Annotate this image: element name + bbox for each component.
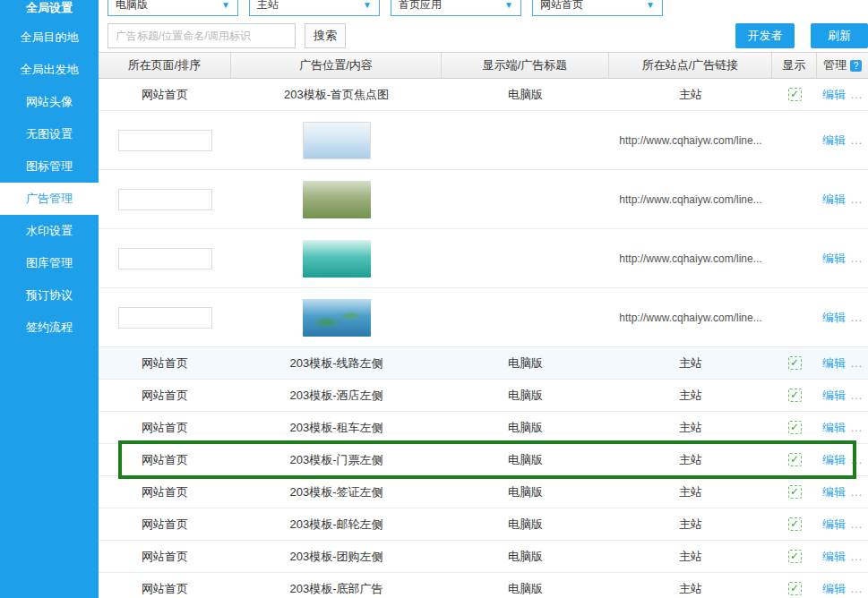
sidebar-item[interactable]: 无图设置 — [0, 118, 99, 150]
edit-link[interactable]: 编辑 — [822, 549, 846, 565]
cell-site: 主站 — [609, 444, 772, 475]
more-link[interactable]: ... — [851, 389, 863, 402]
more-link[interactable]: ... — [851, 551, 863, 563]
ad-link[interactable]: http://www.cqhaiyw.com/line... — [619, 134, 761, 147]
chevron-down-icon: ▼ — [646, 0, 655, 10]
sort-order-input[interactable] — [118, 130, 212, 151]
sidebar-item[interactable]: 图标管理 — [0, 150, 99, 183]
ad-banner-image[interactable] — [303, 181, 371, 218]
more-link[interactable]: ... — [851, 583, 863, 595]
dropdown-value: 主站 — [257, 0, 279, 13]
filter-dropdown[interactable]: 电脑版▼ — [107, 0, 238, 16]
ad-link[interactable]: http://www.cqhaiyw.com/line... — [619, 252, 761, 265]
show-checkbox-icon[interactable]: ✓ — [788, 517, 802, 531]
sort-order-input[interactable] — [118, 307, 212, 329]
edit-link[interactable]: 编辑 — [822, 251, 846, 267]
sidebar-item[interactable]: 图库管理 — [0, 247, 99, 279]
cell-page: 网站首页 — [99, 347, 231, 379]
edit-link[interactable]: 编辑 — [822, 452, 846, 468]
search-input[interactable] — [107, 23, 296, 48]
more-link[interactable]: ... — [851, 486, 863, 499]
cell-page — [99, 229, 231, 287]
cell-device: 电脑版 — [442, 79, 609, 110]
cell-device — [442, 229, 609, 287]
show-checkbox-icon[interactable]: ✓ — [788, 485, 802, 499]
search-toolbar: 搜索 开发者 刷新 — [107, 23, 868, 48]
show-checkbox-icon[interactable]: ✓ — [788, 356, 802, 370]
cell-page — [99, 170, 231, 228]
sidebar-item[interactable]: 广告管理 — [0, 183, 99, 215]
chevron-down-icon: ▼ — [221, 0, 230, 10]
sidebar-item[interactable]: 全局出发地 — [0, 54, 99, 86]
more-link[interactable]: ... — [851, 312, 863, 324]
sort-order-input[interactable] — [118, 189, 212, 210]
cell-show: ✓ — [772, 573, 817, 598]
cell-manage: 编辑... — [817, 380, 868, 411]
cell-content: 203模板-底部广告 — [231, 573, 442, 598]
filter-dropdown[interactable]: 网站首页▼ — [532, 0, 663, 16]
ad-link[interactable]: http://www.cqhaiyw.com/line... — [619, 312, 761, 324]
more-link[interactable]: ... — [851, 357, 863, 370]
column-header-label: 管理 — [823, 57, 847, 73]
filter-dropdown[interactable]: 主站▼ — [249, 0, 380, 16]
show-checkbox-icon[interactable]: ✓ — [788, 389, 802, 402]
sidebar-item[interactable]: 预订协议 — [0, 279, 99, 312]
sidebar-item[interactable]: 网站头像 — [0, 86, 99, 118]
more-link[interactable]: ... — [851, 193, 863, 206]
cell-device — [442, 288, 609, 346]
filter-dropdown[interactable]: 首页应用▼ — [391, 0, 521, 16]
cell-content: 203模板-团购左侧 — [231, 541, 442, 572]
cell-show: ✓ — [772, 79, 817, 110]
cell-show — [772, 111, 817, 169]
ad-banner-image[interactable] — [303, 122, 371, 159]
edit-link[interactable]: 编辑 — [822, 420, 846, 436]
sidebar-item[interactable]: 全局目的地 — [0, 21, 99, 54]
cell-page — [99, 111, 231, 169]
edit-link[interactable]: 编辑 — [822, 87, 846, 103]
show-checkbox-icon[interactable]: ✓ — [788, 88, 802, 101]
edit-link[interactable]: 编辑 — [822, 581, 846, 597]
cell-content: 203模板-邮轮左侧 — [231, 508, 442, 540]
edit-link[interactable]: 编辑 — [822, 517, 846, 533]
column-header: 管理? — [817, 53, 868, 78]
refresh-button[interactable]: 刷新 — [811, 23, 868, 48]
sidebar-item[interactable]: 水印设置 — [0, 215, 99, 247]
ad-link[interactable]: http://www.cqhaiyw.com/line... — [619, 193, 761, 206]
show-checkbox-icon[interactable]: ✓ — [788, 550, 802, 563]
more-link[interactable]: ... — [851, 454, 863, 466]
cell-site: 主站 — [609, 541, 772, 572]
cell-page: 网站首页 — [99, 380, 231, 411]
show-checkbox-icon[interactable]: ✓ — [788, 453, 802, 466]
cell-content: 203模板-首页焦点图 — [231, 79, 442, 110]
more-link[interactable]: ... — [851, 422, 863, 434]
search-button[interactable]: 搜索 — [305, 23, 346, 48]
table-row: 网站首页203模板-首页焦点图电脑版主站✓编辑... — [99, 79, 868, 111]
sort-order-input[interactable] — [118, 248, 212, 269]
ad-banner-image[interactable] — [303, 299, 371, 337]
edit-link[interactable]: 编辑 — [822, 355, 846, 372]
cell-manage: 编辑... — [817, 79, 868, 110]
show-checkbox-icon[interactable]: ✓ — [788, 421, 802, 434]
edit-link[interactable]: 编辑 — [822, 192, 846, 208]
more-link[interactable]: ... — [851, 89, 863, 101]
more-link[interactable]: ... — [851, 518, 863, 531]
more-link[interactable]: ... — [851, 134, 863, 147]
cell-site: http://www.cqhaiyw.com/line... — [609, 288, 772, 346]
ad-banner-image[interactable] — [303, 240, 371, 278]
more-link[interactable]: ... — [851, 252, 863, 265]
sidebar-item[interactable]: 签约流程 — [0, 312, 99, 344]
cell-device: 电脑版 — [442, 573, 609, 598]
cell-show: ✓ — [772, 347, 817, 379]
cell-site: http://www.cqhaiyw.com/line... — [609, 111, 772, 169]
sidebar-item[interactable]: 全局设置 — [0, 0, 99, 21]
show-checkbox-icon[interactable]: ✓ — [788, 582, 802, 595]
dropdown-value: 电脑版 — [116, 0, 148, 13]
edit-link[interactable]: 编辑 — [822, 132, 846, 149]
help-icon[interactable]: ? — [850, 60, 862, 72]
edit-link[interactable]: 编辑 — [822, 310, 846, 326]
cell-page: 网站首页 — [99, 573, 231, 598]
edit-link[interactable]: 编辑 — [822, 484, 846, 500]
developer-button[interactable]: 开发者 — [735, 23, 795, 48]
table-row: 网站首页203模板-酒店左侧电脑版主站✓编辑... — [99, 380, 868, 412]
edit-link[interactable]: 编辑 — [822, 388, 846, 404]
